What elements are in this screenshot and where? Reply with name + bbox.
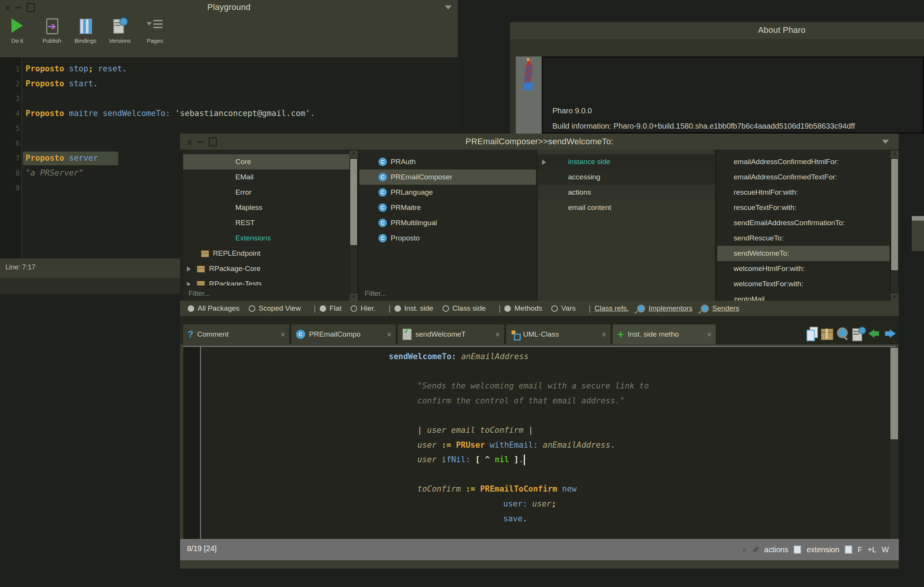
scroll-up-button[interactable]: ˄ <box>350 150 358 158</box>
radio-option-flat[interactable]: Flat <box>320 304 342 313</box>
tab-uml-class[interactable]: UML-Classx <box>506 324 610 344</box>
list-item-RPackage-Core[interactable]: RPackage-Core <box>183 261 350 276</box>
list-item-Error[interactable]: Error <box>183 185 350 200</box>
tab-premailcompo[interactable]: CPREmailCompox <box>292 324 396 344</box>
link-label[interactable]: Class refs. <box>594 304 629 313</box>
scroll-up-button[interactable]: ˄ <box>891 150 899 158</box>
link-class-refs-[interactable]: Class refs. <box>594 304 629 313</box>
toolbar-button-publish[interactable]: ➔Publish <box>35 18 69 44</box>
toolbar-button-do-it[interactable]: Do it <box>0 18 34 44</box>
class-filter-input[interactable]: Filter... <box>360 286 536 301</box>
list-item-welcomeHtmlFor-with-[interactable]: welcomeHtmlFor:with: <box>717 261 890 276</box>
list-item-sendEmailAddressConfirmationTo-[interactable]: sendEmailAddressConfirmationTo: <box>717 215 890 230</box>
browser-titlebar[interactable]: x PREmailComposer>>sendWelcomeTo: <box>180 134 899 150</box>
radio-option-methods[interactable]: Methods <box>504 304 542 313</box>
radio-option-class-side[interactable]: Class side <box>442 304 486 313</box>
tab-close-icon[interactable]: x <box>281 331 285 338</box>
window-menu-icon[interactable] <box>882 140 889 144</box>
tab-sendwelcomet[interactable]: ✓sendWelcomeTx <box>398 324 504 344</box>
radio-option-inst--side[interactable]: Inst. side <box>394 304 433 313</box>
radio-option-all-packages[interactable]: All Packages <box>188 304 239 313</box>
editor-scrollbar-thumb[interactable] <box>891 348 898 439</box>
search-icon[interactable] <box>836 327 849 342</box>
list-item-rescueHtmlFor-with-[interactable]: rescueHtmlFor:with: <box>717 185 890 200</box>
close-icon[interactable]: x <box>742 546 747 554</box>
list-item-email-content[interactable]: email content <box>538 200 715 215</box>
status-label-w[interactable]: W <box>882 546 889 554</box>
status-label-+l[interactable]: +L <box>868 546 876 554</box>
link-senders[interactable]: Senders <box>701 304 739 313</box>
link-implementors[interactable]: Implementors <box>637 304 693 313</box>
checkbox[interactable] <box>845 546 852 554</box>
list-item-Mapless[interactable]: Mapless <box>183 200 350 215</box>
radio-icon[interactable] <box>504 305 511 312</box>
status-label-actions[interactable]: actions <box>764 546 788 554</box>
list-item-PREmailComposer[interactable]: CPREmailComposer <box>360 169 536 185</box>
scroll-down-button[interactable]: ˅ <box>350 293 358 301</box>
protocol-pane[interactable]: instance sideaccessingactionsemail conte… <box>538 150 715 301</box>
tab-close-icon[interactable]: x <box>388 331 391 338</box>
tab-inst--side-metho[interactable]: +Inst. side methox <box>613 324 716 344</box>
radio-icon[interactable] <box>188 305 194 312</box>
list-item-PRLanguage[interactable]: CPRLanguage <box>360 185 536 200</box>
package-box-icon[interactable] <box>821 327 833 342</box>
radio-icon[interactable] <box>394 305 401 312</box>
copy-pages-icon[interactable] <box>807 327 818 342</box>
tab-comment[interactable]: ?Commentx <box>183 324 289 344</box>
radio-icon[interactable] <box>442 305 449 312</box>
list-item-rescueTextFor-with-[interactable]: rescueTextFor:with: <box>717 200 890 215</box>
checkbox[interactable] <box>794 546 801 554</box>
list-item-welcomeTextFor-with-[interactable]: welcomeTextFor:with: <box>717 276 890 292</box>
link-label[interactable]: Implementors <box>648 304 693 313</box>
radio-option-vars[interactable]: Vars <box>551 304 576 313</box>
list-item-REST[interactable]: REST <box>183 215 350 230</box>
toolbar-button-bindings[interactable]: Bindings <box>68 18 102 44</box>
page-clock-icon[interactable] <box>852 327 865 342</box>
list-item-emailAddressConfirmedTextFor-[interactable]: emailAddressConfirmedTextFor: <box>717 169 890 185</box>
list-item-sendWelcomeTo-[interactable]: sendWelcomeTo: <box>717 246 890 261</box>
list-item-actions[interactable]: actions <box>538 185 715 200</box>
method-pane[interactable]: emailAddressConfirmedHtmlFor:emailAddres… <box>717 150 890 301</box>
browser-editor[interactable]: sendWelcomeTo: anEmailAddress"Sends the … <box>180 347 899 539</box>
status-label-f[interactable]: F <box>858 546 862 554</box>
radio-icon[interactable] <box>351 305 357 312</box>
playground-titlebar[interactable]: x Playground <box>0 0 458 15</box>
list-item-PRMaitre[interactable]: CPRMaitre <box>360 200 536 215</box>
class-pane[interactable]: CPRAuthCPREmailComposerCPRLanguageCPRMai… <box>360 150 536 301</box>
package-pane[interactable]: CoreEMailErrorMaplessRESTExtensionsREPLE… <box>183 150 350 301</box>
package-scrollbar-thumb[interactable] <box>350 159 357 245</box>
radio-icon[interactable] <box>249 305 255 312</box>
nav-forward-icon[interactable] <box>884 328 896 341</box>
radio-option-scoped-view[interactable]: Scoped View <box>249 304 301 313</box>
list-item-PRAuth[interactable]: CPRAuth <box>360 154 536 169</box>
list-item-instance-side[interactable]: instance side <box>538 154 715 169</box>
nav-back-icon[interactable] <box>868 328 881 341</box>
about-titlebar[interactable]: About Pharo <box>510 22 924 39</box>
list-item-emailAddressConfirmedHtmlFor-[interactable]: emailAddressConfirmedHtmlFor: <box>717 154 890 169</box>
radio-icon[interactable] <box>551 305 558 312</box>
expander-icon[interactable] <box>542 160 546 165</box>
tab-close-icon[interactable]: x <box>496 331 499 338</box>
scroll-down-button[interactable]: ˅ <box>891 293 899 301</box>
list-item-accessing[interactable]: accessing <box>538 169 715 185</box>
list-item-zeptoMail[interactable]: zeptoMail <box>717 292 890 301</box>
list-item-EMail[interactable]: EMail <box>183 169 350 185</box>
list-item-PRMultilingual[interactable]: CPRMultilingual <box>360 215 536 230</box>
expander-icon[interactable] <box>187 266 191 272</box>
package-filter-input[interactable]: Filter... <box>183 286 350 301</box>
radio-option-hier-[interactable]: Hier. <box>351 304 375 313</box>
toolbar-button-pages[interactable]: Pages <box>138 18 172 44</box>
method-scrollbar-thumb[interactable] <box>891 159 898 270</box>
window-menu-icon[interactable] <box>445 5 452 10</box>
link-label[interactable]: Senders <box>712 304 739 313</box>
list-item-REPLEndpoint[interactable]: REPLEndpoint <box>183 246 350 261</box>
toolbar-button-versions[interactable]: Versions <box>102 18 137 44</box>
radio-icon[interactable] <box>320 305 326 312</box>
list-item-Proposto[interactable]: CProposto <box>360 230 536 246</box>
list-item-Core[interactable]: Core <box>183 154 350 169</box>
status-label-extension[interactable]: extension <box>807 546 839 554</box>
tab-close-icon[interactable]: x <box>602 331 606 338</box>
pencil-icon[interactable]: ✎ <box>751 546 760 553</box>
tab-close-icon[interactable]: x <box>708 331 711 338</box>
list-item-Extensions[interactable]: Extensions <box>183 230 350 246</box>
